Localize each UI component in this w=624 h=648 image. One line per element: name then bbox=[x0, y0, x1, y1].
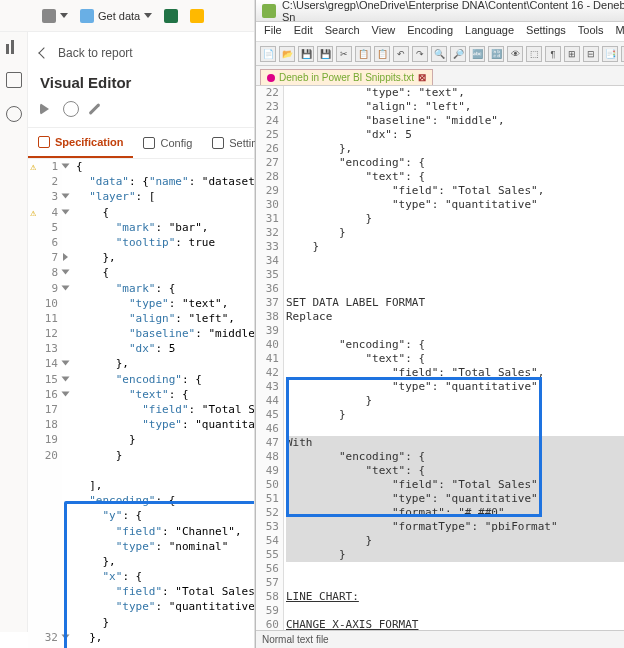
toolbar-btn-2[interactable]: 💾 bbox=[298, 46, 314, 62]
config-icon bbox=[143, 137, 155, 149]
toolbar-btn-14[interactable]: ⬚ bbox=[526, 46, 542, 62]
toolbar-btn-6[interactable]: 📋 bbox=[374, 46, 390, 62]
back-label: Back to report bbox=[58, 46, 133, 60]
back-to-report[interactable]: Back to report bbox=[28, 32, 254, 70]
powerbi-ribbon: Get data bbox=[0, 0, 254, 32]
toolbar-btn-11[interactable]: 🔤 bbox=[469, 46, 485, 62]
document-tabs: Deneb in Power BI Snippits.txt ⊠ bbox=[256, 66, 624, 86]
text-editor[interactable]: 2223242526272829303132333435363738394041… bbox=[256, 86, 624, 630]
chevron-down-icon bbox=[60, 13, 68, 18]
toolbar-btn-4[interactable]: ✂ bbox=[336, 46, 352, 62]
file-path: C:\Users\gregp\OneDrive\Enterprise DNA\C… bbox=[282, 0, 624, 23]
spec-icon bbox=[38, 136, 50, 148]
menu-file[interactable]: File bbox=[264, 24, 282, 39]
panel-title: Visual Editor bbox=[28, 70, 254, 101]
edit-icon[interactable] bbox=[88, 103, 100, 115]
database-icon bbox=[80, 9, 94, 23]
menu-search[interactable]: Search bbox=[325, 24, 360, 39]
document-tab[interactable]: Deneb in Power BI Snippits.txt ⊠ bbox=[260, 69, 433, 85]
toolbar-btn-10[interactable]: 🔎 bbox=[450, 46, 466, 62]
toolbar: 📄📂💾💾✂📋📋↶↷🔍🔎🔤🔡👁⬚¶⊞⊟📑🔴▶⏹ bbox=[256, 42, 624, 66]
menu-language[interactable]: Language bbox=[465, 24, 514, 39]
toolbar-btn-5[interactable]: 📋 bbox=[355, 46, 371, 62]
editor-tabs: Specification Config Settings bbox=[28, 127, 254, 159]
tab-specification[interactable]: Specification bbox=[28, 128, 133, 158]
menu-edit[interactable]: Edit bbox=[294, 24, 313, 39]
tab-config[interactable]: Config bbox=[133, 128, 202, 158]
notepadpp-pane: C:\Users\gregp\OneDrive\Enterprise DNA\C… bbox=[255, 0, 624, 648]
close-icon[interactable]: ⊠ bbox=[418, 72, 426, 83]
data-view-icon[interactable] bbox=[6, 72, 22, 88]
settings-icon bbox=[212, 137, 224, 149]
modified-dot-icon bbox=[267, 74, 275, 82]
menu-bar: FileEditSearchViewEncodingLanguageSettin… bbox=[256, 22, 624, 42]
window-title-bar: C:\Users\gregp\OneDrive\Enterprise DNA\C… bbox=[256, 0, 624, 22]
toolbar-btn-12[interactable]: 🔡 bbox=[488, 46, 504, 62]
toolbar-btn-15[interactable]: ¶ bbox=[545, 46, 561, 62]
powerbi-pane: Get data Back to report Visual Editor Sp… bbox=[0, 0, 255, 648]
toolbar-btn-8[interactable]: ↷ bbox=[412, 46, 428, 62]
clipboard-icon bbox=[42, 9, 56, 23]
toolbar-btn-9[interactable]: 🔍 bbox=[431, 46, 447, 62]
excel-button[interactable] bbox=[164, 9, 178, 23]
toolbar-btn-1[interactable]: 📂 bbox=[279, 46, 295, 62]
toolbar-btn-13[interactable]: 👁 bbox=[507, 46, 523, 62]
refresh-icon[interactable] bbox=[63, 101, 79, 117]
toolbar-btn-17[interactable]: ⊟ bbox=[583, 46, 599, 62]
menu-encoding[interactable]: Encoding bbox=[407, 24, 453, 39]
chevron-left-icon bbox=[38, 47, 49, 58]
view-rail bbox=[0, 32, 28, 632]
report-view-icon[interactable] bbox=[6, 38, 22, 54]
toolbar-btn-7[interactable]: ↶ bbox=[393, 46, 409, 62]
menu-macro[interactable]: Macro bbox=[615, 24, 624, 39]
play-icon[interactable] bbox=[40, 103, 49, 115]
toolbar-btn-0[interactable]: 📄 bbox=[260, 46, 276, 62]
get-data-button[interactable]: Get data bbox=[80, 9, 152, 23]
toolbar-btn-3[interactable]: 💾 bbox=[317, 46, 333, 62]
excel-icon bbox=[164, 9, 178, 23]
chevron-down-icon bbox=[144, 13, 152, 18]
tab-label: Deneb in Power BI Snippits.txt bbox=[279, 72, 414, 83]
json-editor[interactable]: 1234567891011121314151617181920323334353… bbox=[28, 159, 254, 648]
status-bar: Normal text file bbox=[256, 630, 624, 648]
toolbar-btn-18[interactable]: 📑 bbox=[602, 46, 618, 62]
toolbar-btn-16[interactable]: ⊞ bbox=[564, 46, 580, 62]
dataset-button[interactable] bbox=[190, 9, 204, 23]
editor-tools bbox=[28, 101, 254, 127]
model-view-icon[interactable] bbox=[6, 106, 22, 122]
dataset-icon bbox=[190, 9, 204, 23]
paste-button[interactable] bbox=[42, 9, 68, 23]
notepadpp-icon bbox=[262, 4, 276, 18]
menu-view[interactable]: View bbox=[372, 24, 396, 39]
menu-settings[interactable]: Settings bbox=[526, 24, 566, 39]
menu-tools[interactable]: Tools bbox=[578, 24, 604, 39]
get-data-label: Get data bbox=[98, 10, 140, 22]
